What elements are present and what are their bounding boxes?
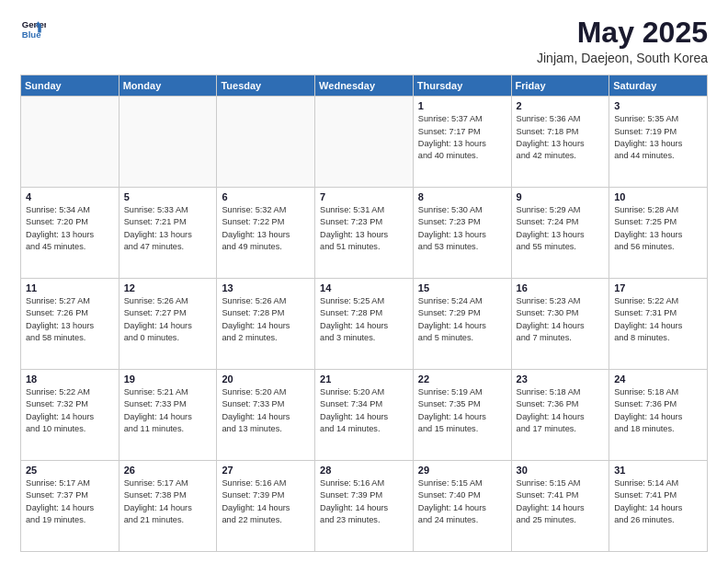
day-number: 11 [26, 282, 114, 293]
table-row: 30Sunrise: 5:15 AMSunset: 7:41 PMDayligh… [511, 461, 609, 552]
day-number: 16 [517, 282, 605, 293]
day-info: Sunrise: 5:34 AMSunset: 7:20 PMDaylight:… [26, 204, 114, 253]
day-number: 12 [124, 282, 212, 293]
day-number: 13 [222, 282, 310, 293]
table-row: 15Sunrise: 5:24 AMSunset: 7:29 PMDayligh… [413, 279, 511, 370]
day-number: 6 [222, 191, 310, 202]
day-info: Sunrise: 5:29 AMSunset: 7:24 PMDaylight:… [517, 204, 605, 253]
page: General Blue May 2025 Jinjam, Daejeon, S… [0, 0, 728, 563]
table-row [21, 97, 119, 188]
day-info: Sunrise: 5:15 AMSunset: 7:41 PMDaylight:… [517, 477, 605, 526]
day-number: 10 [614, 191, 702, 202]
day-number: 1 [418, 100, 506, 111]
table-row: 3Sunrise: 5:35 AMSunset: 7:19 PMDaylight… [609, 97, 708, 188]
day-number: 29 [418, 465, 506, 476]
day-info: Sunrise: 5:18 AMSunset: 7:36 PMDaylight:… [517, 386, 605, 435]
col-saturday: Saturday [609, 75, 708, 97]
day-number: 4 [26, 191, 114, 202]
table-row: 14Sunrise: 5:25 AMSunset: 7:28 PMDayligh… [315, 279, 414, 370]
logo-icon: General Blue [20, 17, 46, 42]
table-row: 25Sunrise: 5:17 AMSunset: 7:37 PMDayligh… [21, 461, 119, 552]
day-info: Sunrise: 5:25 AMSunset: 7:28 PMDaylight:… [320, 295, 408, 344]
day-number: 18 [26, 373, 114, 385]
day-info: Sunrise: 5:32 AMSunset: 7:22 PMDaylight:… [222, 204, 310, 253]
day-number: 21 [320, 373, 408, 385]
day-info: Sunrise: 5:17 AMSunset: 7:38 PMDaylight:… [124, 477, 212, 526]
table-row: 5Sunrise: 5:33 AMSunset: 7:21 PMDaylight… [119, 188, 217, 279]
title-block: May 2025 Jinjam, Daejeon, South Korea [537, 17, 708, 65]
day-number: 31 [614, 465, 702, 476]
calendar-week-row: 1Sunrise: 5:37 AMSunset: 7:17 PMDaylight… [21, 97, 708, 188]
day-number: 14 [320, 282, 408, 293]
table-row: 2Sunrise: 5:36 AMSunset: 7:18 PMDaylight… [511, 97, 609, 188]
day-number: 15 [418, 282, 506, 293]
day-number: 30 [517, 465, 605, 476]
day-info: Sunrise: 5:27 AMSunset: 7:26 PMDaylight:… [26, 295, 114, 344]
table-row: 17Sunrise: 5:22 AMSunset: 7:31 PMDayligh… [609, 279, 708, 370]
svg-text:General: General [22, 19, 46, 29]
day-number: 25 [26, 465, 114, 476]
table-row: 29Sunrise: 5:15 AMSunset: 7:40 PMDayligh… [413, 461, 511, 552]
day-info: Sunrise: 5:17 AMSunset: 7:37 PMDaylight:… [26, 477, 114, 526]
day-number: 27 [222, 465, 310, 476]
day-number: 2 [517, 100, 605, 111]
table-row: 18Sunrise: 5:22 AMSunset: 7:32 PMDayligh… [21, 370, 119, 461]
day-info: Sunrise: 5:18 AMSunset: 7:36 PMDaylight:… [614, 386, 702, 435]
day-number: 3 [614, 100, 702, 111]
calendar-week-row: 25Sunrise: 5:17 AMSunset: 7:37 PMDayligh… [21, 461, 708, 552]
day-info: Sunrise: 5:21 AMSunset: 7:33 PMDaylight:… [124, 386, 212, 435]
table-row: 7Sunrise: 5:31 AMSunset: 7:23 PMDaylight… [315, 188, 414, 279]
day-info: Sunrise: 5:15 AMSunset: 7:40 PMDaylight:… [418, 477, 506, 526]
day-info: Sunrise: 5:36 AMSunset: 7:18 PMDaylight:… [517, 113, 605, 162]
table-row: 13Sunrise: 5:26 AMSunset: 7:28 PMDayligh… [217, 279, 315, 370]
calendar-week-row: 4Sunrise: 5:34 AMSunset: 7:20 PMDaylight… [21, 188, 708, 279]
day-info: Sunrise: 5:19 AMSunset: 7:35 PMDaylight:… [418, 386, 506, 435]
table-row: 27Sunrise: 5:16 AMSunset: 7:39 PMDayligh… [217, 461, 315, 552]
calendar-week-row: 18Sunrise: 5:22 AMSunset: 7:32 PMDayligh… [21, 370, 708, 461]
day-number: 9 [517, 191, 605, 202]
day-info: Sunrise: 5:20 AMSunset: 7:34 PMDaylight:… [320, 386, 408, 435]
table-row: 23Sunrise: 5:18 AMSunset: 7:36 PMDayligh… [511, 370, 609, 461]
calendar-header-row: Sunday Monday Tuesday Wednesday Thursday… [21, 75, 708, 97]
calendar-week-row: 11Sunrise: 5:27 AMSunset: 7:26 PMDayligh… [21, 279, 708, 370]
col-friday: Friday [511, 75, 609, 97]
day-number: 7 [320, 191, 408, 202]
day-info: Sunrise: 5:35 AMSunset: 7:19 PMDaylight:… [614, 113, 702, 162]
day-number: 28 [320, 465, 408, 476]
table-row: 8Sunrise: 5:30 AMSunset: 7:23 PMDaylight… [413, 188, 511, 279]
col-wednesday: Wednesday [315, 75, 414, 97]
day-info: Sunrise: 5:14 AMSunset: 7:41 PMDaylight:… [614, 477, 702, 526]
table-row: 9Sunrise: 5:29 AMSunset: 7:24 PMDaylight… [511, 188, 609, 279]
day-info: Sunrise: 5:28 AMSunset: 7:25 PMDaylight:… [614, 204, 702, 253]
table-row: 1Sunrise: 5:37 AMSunset: 7:17 PMDaylight… [413, 97, 511, 188]
table-row: 20Sunrise: 5:20 AMSunset: 7:33 PMDayligh… [217, 370, 315, 461]
day-info: Sunrise: 5:26 AMSunset: 7:27 PMDaylight:… [124, 295, 212, 344]
table-row: 4Sunrise: 5:34 AMSunset: 7:20 PMDaylight… [21, 188, 119, 279]
day-info: Sunrise: 5:24 AMSunset: 7:29 PMDaylight:… [418, 295, 506, 344]
day-number: 23 [517, 373, 605, 385]
col-sunday: Sunday [21, 75, 119, 97]
table-row [217, 97, 315, 188]
day-info: Sunrise: 5:16 AMSunset: 7:39 PMDaylight:… [222, 477, 310, 526]
table-row: 21Sunrise: 5:20 AMSunset: 7:34 PMDayligh… [315, 370, 414, 461]
day-number: 20 [222, 373, 310, 385]
day-info: Sunrise: 5:30 AMSunset: 7:23 PMDaylight:… [418, 204, 506, 253]
table-row: 24Sunrise: 5:18 AMSunset: 7:36 PMDayligh… [609, 370, 708, 461]
calendar-table: Sunday Monday Tuesday Wednesday Thursday… [20, 75, 708, 552]
table-row: 16Sunrise: 5:23 AMSunset: 7:30 PMDayligh… [511, 279, 609, 370]
logo: General Blue [20, 17, 46, 42]
day-number: 8 [418, 191, 506, 202]
table-row: 11Sunrise: 5:27 AMSunset: 7:26 PMDayligh… [21, 279, 119, 370]
main-title: May 2025 [537, 17, 708, 49]
day-number: 22 [418, 373, 506, 385]
day-info: Sunrise: 5:16 AMSunset: 7:39 PMDaylight:… [320, 477, 408, 526]
table-row: 31Sunrise: 5:14 AMSunset: 7:41 PMDayligh… [609, 461, 708, 552]
subtitle: Jinjam, Daejeon, South Korea [537, 51, 708, 65]
table-row: 19Sunrise: 5:21 AMSunset: 7:33 PMDayligh… [119, 370, 217, 461]
day-info: Sunrise: 5:33 AMSunset: 7:21 PMDaylight:… [124, 204, 212, 253]
day-info: Sunrise: 5:37 AMSunset: 7:17 PMDaylight:… [418, 113, 506, 162]
day-number: 17 [614, 282, 702, 293]
day-number: 24 [614, 373, 702, 385]
table-row [119, 97, 217, 188]
day-number: 26 [124, 465, 212, 476]
